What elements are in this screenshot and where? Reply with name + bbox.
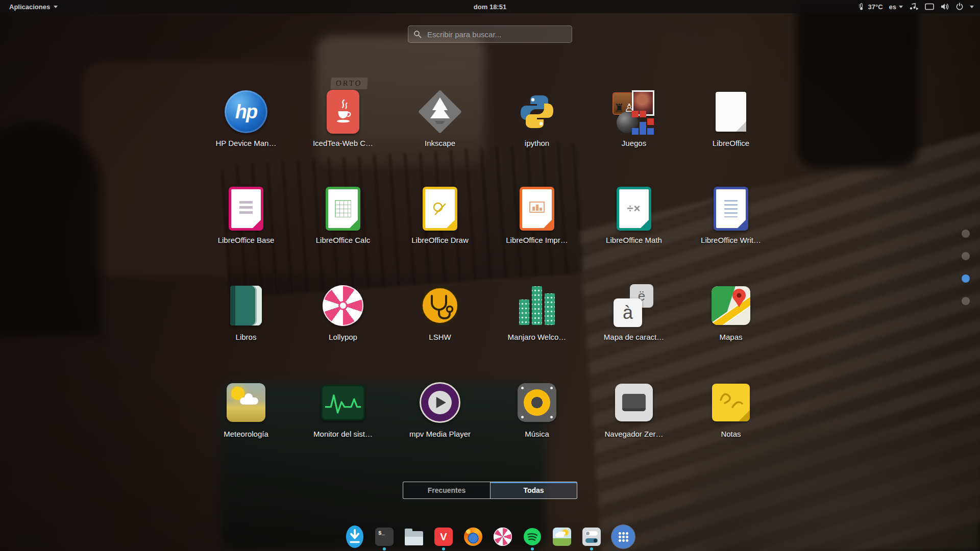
app-item-libreoffice-math[interactable]: ÷× LibreOffice Math	[585, 178, 682, 274]
app-item-libreoffice-impress[interactable]: LibreOffice Impr…	[488, 178, 585, 274]
dock-item-lollypop[interactable]	[493, 527, 512, 546]
music-icon	[514, 380, 559, 425]
app-item-character-map[interactable]: ë à Mapa de caract…	[585, 274, 682, 371]
app-item-juegos[interactable]: ♜♙ Juegos	[585, 81, 682, 178]
frequent-button[interactable]: Frecuentes	[403, 482, 490, 499]
app-item-libreoffice[interactable]: LibreOffice	[682, 81, 779, 178]
show-applications-icon	[611, 525, 635, 548]
app-label: Lollypop	[329, 333, 357, 341]
system-menu-chevron-icon[interactable]	[970, 6, 974, 8]
inkscape-icon	[418, 89, 462, 134]
app-item-libreoffice-draw[interactable]: LibreOffice Draw	[391, 178, 488, 274]
weather-indicator[interactable]: 37°C	[857, 0, 883, 13]
character-map-icon: ë à	[611, 283, 656, 328]
dock-item-downloads[interactable]	[345, 527, 364, 546]
applications-menu-button[interactable]: Aplicaciones	[5, 0, 62, 13]
page-dot-1[interactable]	[962, 230, 970, 238]
dock-item-tweaks[interactable]	[582, 527, 601, 546]
app-item-mapas[interactable]: Mapas	[682, 274, 779, 371]
libreoffice-icon	[708, 89, 753, 134]
page-dot-3-active[interactable]	[962, 274, 970, 283]
dock-item-firefox[interactable]	[463, 527, 483, 546]
app-item-manjaro-welcome[interactable]: Manjaro Welco…	[488, 274, 585, 371]
ipython-icon	[514, 89, 559, 134]
dock-item-terminal[interactable]: $_	[375, 527, 394, 546]
clock[interactable]: dom 18:51	[469, 0, 511, 13]
view-toggle: Frecuentes Todas	[403, 482, 577, 499]
display-indicator[interactable]	[925, 0, 934, 13]
maps-icon	[708, 283, 753, 328]
app-label: Meteorología	[224, 430, 268, 438]
app-item-libreoffice-base[interactable]: LibreOffice Base	[198, 178, 295, 274]
libreoffice-draw-icon	[418, 186, 462, 231]
app-label: mpv Media Player	[409, 430, 471, 438]
app-item-icedtea-web[interactable]: IcedTea-Web C…	[295, 81, 391, 178]
dock-item-vivaldi[interactable]: V	[434, 527, 453, 546]
dock-item-files[interactable]	[404, 527, 424, 546]
chevron-down-icon	[54, 6, 58, 8]
tetris-thumbnail	[631, 111, 654, 134]
app-label: LibreOffice Writ…	[701, 236, 761, 244]
app-item-libreoffice-writer[interactable]: LibreOffice Writ…	[682, 178, 779, 274]
media-player-indicator[interactable]	[909, 0, 919, 13]
app-item-inkscape[interactable]: Inkscape	[391, 81, 488, 178]
libreoffice-math-icon: ÷×	[611, 186, 656, 231]
dock-item-spotify[interactable]	[523, 527, 542, 546]
libreoffice-base-icon	[224, 186, 268, 231]
keyboard-layout-label: es	[889, 3, 896, 11]
app-item-meteorologia[interactable]: Meteorología	[198, 371, 295, 468]
file-manager-icon	[405, 531, 423, 545]
spotify-icon	[523, 528, 542, 546]
app-item-hp-device-manager[interactable]: hp HP Device Man…	[198, 81, 295, 178]
app-label: LSHW	[429, 333, 451, 341]
app-label: LibreOffice Draw	[411, 236, 468, 244]
app-item-lollypop[interactable]: Lollypop	[295, 274, 391, 371]
media-note-play-icon	[909, 3, 919, 11]
display-icon	[925, 3, 934, 10]
app-item-notas[interactable]: Notas	[682, 371, 779, 468]
app-label: LibreOffice Calc	[316, 236, 370, 244]
volume-indicator[interactable]	[940, 0, 949, 13]
app-item-mpv[interactable]: mpv Media Player	[391, 371, 488, 468]
lshw-icon	[418, 283, 462, 328]
dock-item-show-applications[interactable]	[611, 525, 635, 548]
all-apps-button[interactable]: Todas	[490, 482, 577, 499]
manjaro-welcome-icon	[514, 283, 559, 328]
app-item-lshw[interactable]: LSHW	[391, 274, 488, 371]
notes-icon	[708, 380, 753, 425]
thermometer-icon	[857, 3, 865, 11]
app-label: LibreOffice Impr…	[506, 236, 568, 244]
app-item-ipython[interactable]: ipython	[488, 81, 585, 178]
applications-menu-label: Aplicaciones	[9, 3, 50, 11]
app-item-system-monitor[interactable]: Monitor del sist…	[295, 371, 391, 468]
app-label: Libros	[236, 333, 257, 341]
top-bar: Aplicaciones dom 18:51 37°C es	[0, 0, 980, 13]
page-dot-2[interactable]	[962, 252, 970, 260]
app-label: Música	[525, 430, 549, 438]
chevron-down-icon	[899, 6, 903, 8]
app-item-musica[interactable]: Música	[488, 371, 585, 468]
downloads-icon	[346, 525, 364, 548]
app-item-libreoffice-calc[interactable]: LibreOffice Calc	[295, 178, 391, 274]
app-item-zeroconf-browser[interactable]: Navegador Zer…	[585, 371, 682, 468]
dock-item-photos[interactable]	[552, 527, 572, 546]
search-input[interactable]	[426, 30, 567, 39]
page-indicator	[962, 230, 970, 305]
books-icon	[224, 283, 268, 328]
temperature-label: 37°C	[868, 3, 883, 11]
firefox-icon	[464, 528, 482, 546]
power-indicator[interactable]	[955, 0, 964, 13]
app-label: Inkscape	[425, 139, 455, 147]
page-dot-4[interactable]	[962, 297, 970, 305]
system-monitor-icon	[321, 380, 365, 425]
photos-icon	[553, 528, 571, 546]
app-grid: hp HP Device Man… IcedTea-Web C…	[198, 81, 779, 468]
app-label: Notas	[721, 430, 741, 438]
power-icon	[955, 3, 964, 11]
hp-logo-text: hp	[235, 101, 257, 123]
app-item-libros[interactable]: Libros	[198, 274, 295, 371]
lollypop-icon	[321, 283, 365, 328]
keyboard-layout-indicator[interactable]: es	[889, 0, 903, 13]
gnome-overview: ORTO Aplicaciones dom 18:51 37°C es	[0, 0, 980, 551]
libreoffice-writer-icon	[708, 186, 753, 231]
